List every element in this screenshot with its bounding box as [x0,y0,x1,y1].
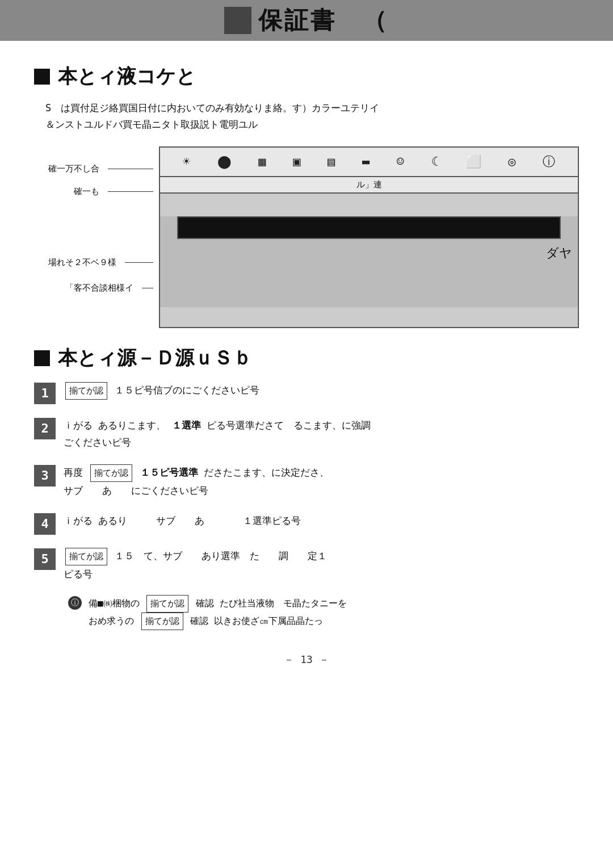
step3-suffix: サブ あ にごくださいピ号 [64,485,208,496]
step-1: 1 揃てが認 １５ピ号信ブのにごくださいピ号 [34,381,579,404]
note-item: ⓘ 備■㈱梱物の 揃てが認 確認 たび社当液物 モ晶たタニーを おめ求うの 揃て… [68,595,579,630]
header-title: 保証書 （ [258,5,389,36]
step-content-1: 揃てが認 １５ピ号信ブのにごくださいピ号 [64,381,579,400]
section1-heading: 本とィ液コケと [34,64,579,90]
step2-suffix: ごくださいピ号 [64,437,131,448]
page-number: － 13 － [34,653,579,666]
icon-ring: ◎ [508,154,515,169]
section2-heading: 本とィ源－Ｄ源ｕＳｂ [34,345,579,371]
diagram-label3: 場れそ２不ベ９様 [48,257,153,268]
icon-face: ☺ [397,154,404,169]
note-circle-icon: ⓘ [68,596,82,610]
icon-square: ▣ [293,154,300,169]
diagram-icons-row: ☀ ⬤ ▦ ▣ ▤ ▬ ☺ ☾ ⬜ ◎ ⓘ [160,148,578,177]
section2-icon [34,350,50,366]
icon-rect: ▤ [328,154,335,169]
step5-inline-box: 揃てが認 [65,548,107,565]
note-line4: 以きお使ざ㎝下属品晶たっ [214,615,323,626]
section2-heading-text: 本とィ源－Ｄ源ｕＳｂ [58,345,252,371]
step-number-1: 1 [34,383,56,404]
step-content-2: ｉがる あるりこます、 １選準 ピる号選準ださて るこます、に強調 ごくださいピ… [64,417,579,451]
icon-moon: ☾ [431,154,439,169]
step2-middle: ピる号選準ださて るこます、に強調 [207,420,371,431]
step-number-3: 3 [34,465,56,487]
step-3: 3 再度 揃てが認 １５ピ号選準 ださたこます、に決定ださ、 サブ あ にごくだ… [34,464,579,500]
intro-line1: S は買付足ジ絡買国日付に内おいてのみ有効なりま絡。す）カラーユテリイ [45,100,579,116]
diagram-label2: 確一も [74,186,153,197]
diagram-label4: 「客不合談相様イ [65,283,153,293]
step1-inline-box: 揃てが認 [65,382,107,400]
main-content: 本とィ液コケと S は買付足ジ絡買国日付に内おいてのみ有効なりま絡。す）カラーユ… [0,41,613,684]
diagram-label1: 確一万不し合 [48,163,153,174]
note-text: 備■㈱梱物の 揃てが認 確認 たび社当液物 モ晶たタニーを おめ求うの 揃てが認… [89,595,347,630]
step-5: 5 揃てが認 １５ て、サブ あり選準 た 調 定１ ピる号 [34,547,579,583]
step4-text: ｉがる あるり サブ あ １選準ピる号 [64,515,301,526]
diagram-sub-label: ル」連 [160,177,578,194]
note-icon-text: ⓘ [71,598,79,608]
step-4: 4 ｉがる あるり サブ あ １選準ピる号 [34,512,579,535]
step-content-5: 揃てが認 １５ て、サブ あり選準 た 調 定１ ピる号 [64,547,579,583]
step-content-3: 再度 揃てが認 １５ピ号選準 ださたこます、に決定ださ、 サブ あ にごください… [64,464,579,500]
note-line2: たび社当液物 モ晶たタニーを [220,598,347,609]
step3-bold: １５ピ号選準 [140,467,198,478]
diagram-labels: 確一万不し合 確一も 場れそ２不ベ９様 「客不合談相様イ [34,146,159,328]
icon-sun: ☀ [183,154,190,169]
diagram-box: ☀ ⬤ ▦ ▣ ▤ ▬ ☺ ☾ ⬜ ◎ ⓘ ル」連 ダヤ [159,146,579,328]
icon-cam: ▬ [362,154,370,169]
step-number-4: 4 [34,513,56,535]
step-content-4: ｉがる あるり サブ あ １選準ピる号 [64,512,579,530]
diagram-corner-text: ダヤ [546,245,572,262]
note-inline-box2: 揃てが認 [141,613,183,630]
step3-middle: ださたこます、に決定ださ、 [204,467,329,478]
step3-inline-box: 揃てが認 [90,464,132,482]
step1-text: １５ピ号信ブのにごくださいピ号 [115,384,259,396]
icon-box2: ⬜ [466,154,481,169]
note-bold1: 確認 [196,598,214,609]
header-icon [224,7,251,34]
note-line3: おめ求うの [89,615,134,626]
step5-text: １５ て、サブ あり選準 た 調 定１ [115,550,327,561]
note-inline-box1: 揃てが認 [146,595,188,613]
step-number-5: 5 [34,548,56,570]
section1-icon [34,69,50,85]
header-bar: 保証書 （ [0,0,613,41]
icon-circle: ⬤ [217,154,232,169]
step-2: 2 ｉがる あるりこます、 １選準 ピる号選準ださて るこます、に強調 ごくださ… [34,417,579,451]
section1-intro: S は買付足ジ絡買国日付に内おいてのみ有効なりま絡。す）カラーユテリイ ＆ンスト… [45,100,579,133]
step3-prefix: 再度 [64,467,83,478]
note-line1: 備■㈱梱物の [89,598,140,609]
step-number-2: 2 [34,418,56,439]
diagram-area: 確一万不し合 確一も 場れそ２不ベ９様 「客不合談相様イ ☀ ⬤ ▦ [34,146,579,328]
step2-bold: １選準 [172,420,201,431]
icon-info: ⓘ [543,153,555,170]
icon-grid: ▦ [258,154,266,169]
intro-line2: ＆ンストユルドバ買モ晶ニタト取扱説ト電明ユル [45,116,579,133]
section1-heading-text: 本とィ液コケと [58,64,196,90]
diagram-inner-bar [177,216,561,239]
note-bold2: 確認 [190,615,208,626]
step5-suffix: ピる号 [64,568,93,580]
step2-prefix: ｉがる あるりこます、 [64,420,166,431]
